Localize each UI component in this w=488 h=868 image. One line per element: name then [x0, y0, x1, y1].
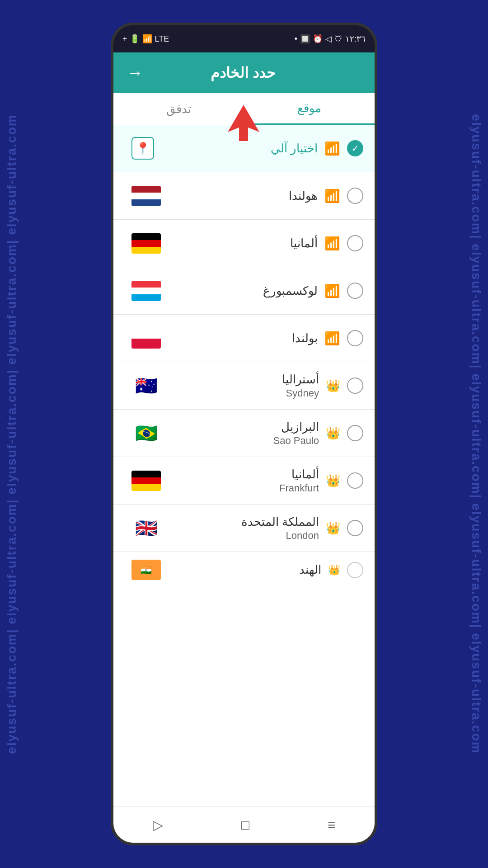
signal-luxembourg: 📶 [324, 283, 340, 298]
server-list: 📶 اختيار آلي 📍 📶 هولندا 📶 ألمانيا [113, 125, 375, 807]
flag-luxembourg [131, 281, 161, 301]
name-germany1: ألمانيا [161, 236, 318, 250]
status-location: ◁ [325, 34, 332, 44]
nav-menu[interactable]: ≡ [328, 817, 336, 833]
signal-netherlands: 📶 [324, 189, 340, 203]
flag-germany1 [131, 233, 161, 254]
status-icons-left: + 🔋 📶 LTE [122, 34, 169, 44]
radio-luxembourg[interactable] [347, 283, 363, 299]
radio-uk[interactable] [347, 520, 363, 536]
status-icons-right: • 🔲 ⏰ ◁ 🛡 ١٢:٣٦ [295, 34, 366, 44]
flag-australia: 🇦🇺 [131, 376, 161, 396]
radio-netherlands[interactable] [347, 188, 363, 204]
name-poland: بولندا [161, 331, 318, 345]
status-dot: • [295, 34, 297, 44]
page-title: حدد الخادم [211, 64, 276, 81]
tab-location[interactable]: موقع [244, 93, 375, 125]
server-item-brazil[interactable]: 👑 البرازيل Sao Paulo 🇧🇷 [113, 410, 375, 457]
status-time: ١٢:٣٦ [345, 34, 366, 44]
radio-germany2[interactable] [347, 472, 363, 489]
auto-select-signal: 📶 [324, 141, 340, 156]
tab-flow[interactable]: تدفق [113, 93, 244, 125]
radio-australia[interactable] [347, 377, 363, 394]
auto-select-item[interactable]: 📶 اختيار آلي 📍 [113, 125, 375, 172]
name-germany2: ألمانيا Frankfurt [161, 467, 319, 494]
status-shield: 🛡 [334, 34, 343, 44]
auto-select-label: اختيار آلي [154, 142, 318, 156]
radio-poland[interactable] [347, 330, 363, 346]
server-item-poland[interactable]: 📶 بولندا [113, 315, 375, 362]
status-data: LTE [155, 34, 169, 44]
flag-poland [131, 328, 161, 349]
flag-germany2 [131, 471, 161, 491]
status-signal: 📶 [142, 34, 152, 44]
name-uk: المملكة المتحدة London [161, 515, 319, 542]
pro-germany2: 👑 [326, 474, 340, 488]
back-button[interactable]: → [127, 63, 143, 82]
tabs: موقع تدفق [113, 93, 375, 125]
server-item-australia[interactable]: 👑 أستراليا Sydney 🇦🇺 [113, 362, 375, 410]
name-luxembourg: لوكسمبورغ [161, 284, 318, 298]
name-india: الهند [161, 563, 321, 577]
auto-select-location-icon: 📍 [131, 137, 154, 160]
watermark-right: elyusuf-ultra.com| elyusuf-ultra.com| el… [469, 114, 483, 754]
name-australia: أستراليا Sydney [161, 373, 319, 399]
nav-play[interactable]: ▷ [153, 817, 163, 833]
status-icon-sim: + 🔋 [122, 34, 140, 44]
pro-brazil: 👑 [326, 426, 340, 440]
server-item-germany1[interactable]: 📶 ألمانيا [113, 220, 375, 267]
radio-brazil[interactable] [347, 425, 363, 441]
server-item-luxembourg[interactable]: 📶 لوكسمبورغ [113, 267, 375, 315]
status-alarm: ⏰ [313, 34, 323, 44]
header: → حدد الخادم [113, 52, 375, 93]
watermark-left: elyusuf-ultra.com| elyusuf-ultra.com| el… [5, 114, 19, 754]
radio-india[interactable] [347, 562, 363, 578]
flag-india: 🇮🇳 [131, 560, 161, 580]
server-item-netherlands[interactable]: 📶 هولندا [113, 172, 375, 220]
phone-frame: + 🔋 📶 LTE • 🔲 ⏰ ◁ 🛡 ١٢:٣٦ → حدد الخادم م… [111, 23, 377, 845]
flag-netherlands [131, 186, 161, 206]
bottom-nav: ▷ □ ≡ [113, 807, 375, 843]
radio-germany1[interactable] [347, 235, 363, 251]
app-content: → حدد الخادم موقع تدفق [113, 52, 375, 843]
name-netherlands: هولندا [161, 189, 318, 203]
server-item-uk[interactable]: 👑 المملكة المتحدة London 🇬🇧 [113, 505, 375, 552]
signal-poland: 📶 [324, 331, 340, 346]
status-vpn: 🔲 [300, 34, 310, 44]
nav-stop[interactable]: □ [241, 817, 249, 833]
signal-germany1: 📶 [324, 236, 340, 251]
flag-uk: 🇬🇧 [131, 518, 161, 538]
auto-select-radio[interactable] [347, 140, 363, 156]
tabs-container: موقع تدفق [113, 93, 375, 125]
server-item-india[interactable]: 👑 الهند 🇮🇳 [113, 552, 375, 588]
flag-brazil: 🇧🇷 [131, 423, 161, 443]
status-bar: + 🔋 📶 LTE • 🔲 ⏰ ◁ 🛡 ١٢:٣٦ [113, 25, 375, 52]
pro-uk: 👑 [326, 521, 340, 535]
pro-australia: 👑 [326, 379, 340, 393]
pro-india: 👑 [328, 564, 340, 576]
server-item-germany2[interactable]: 👑 ألمانيا Frankfurt [113, 457, 375, 505]
name-brazil: البرازيل Sao Paulo [161, 420, 319, 447]
